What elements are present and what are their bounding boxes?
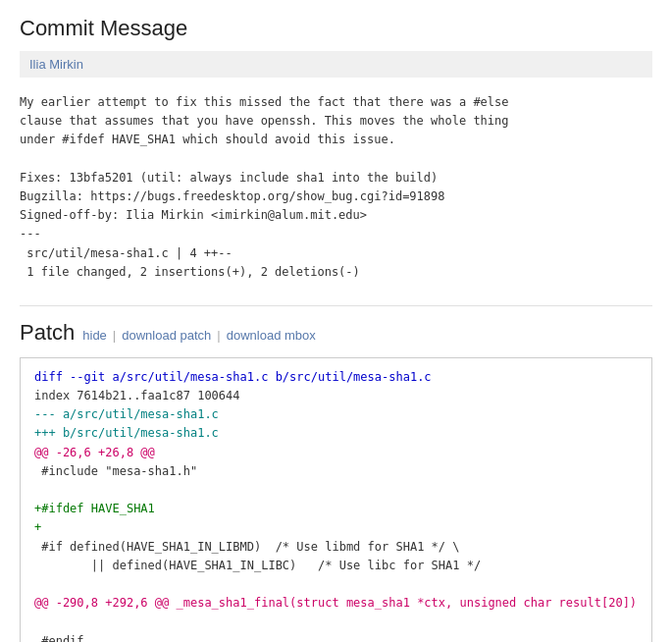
diff-line: diff --git a/src/util/mesa-sha1.c b/src/…: [34, 368, 638, 387]
commit-body: My earlier attempt to fix this missed th…: [20, 89, 652, 286]
diff-line: [34, 481, 638, 500]
author-name: Ilia Mirkin: [29, 57, 83, 72]
diff-line: index 7614b21..faa1c87 100644: [34, 387, 638, 405]
author-bar: Ilia Mirkin: [20, 51, 652, 78]
diff-line: [34, 613, 638, 631]
patch-title: Patch: [20, 320, 75, 346]
separator-1: |: [113, 328, 116, 343]
diff-line: +: [34, 518, 638, 537]
diff-line: #if defined(HAVE_SHA1_IN_LIBMD) /* Use l…: [34, 538, 638, 557]
diff-line: +#ifdef HAVE_SHA1: [34, 500, 638, 518]
download-patch-link[interactable]: download patch: [122, 328, 211, 343]
diff-line: @@ -26,6 +26,8 @@: [34, 444, 638, 462]
separator-2: |: [217, 328, 220, 343]
download-mbox-link[interactable]: download mbox: [227, 328, 316, 343]
patch-links: hide | download patch | download mbox: [82, 328, 316, 343]
diff-line: #endif: [34, 632, 638, 643]
diff-line: @@ -290,8 +292,6 @@ _mesa_sha1_final(str…: [34, 594, 638, 613]
diff-line: --- a/src/util/mesa-sha1.c: [34, 405, 638, 424]
diff-line: [34, 575, 638, 594]
diff-box: diff --git a/src/util/mesa-sha1.c b/src/…: [20, 357, 652, 642]
diff-line: || defined(HAVE_SHA1_IN_LIBC) /* Use lib…: [34, 557, 638, 575]
diff-line: #include "mesa-sha1.h": [34, 462, 638, 481]
page-title: Commit Message: [20, 16, 652, 41]
hide-link[interactable]: hide: [82, 328, 107, 343]
patch-header: Patch hide | download patch | download m…: [20, 305, 652, 346]
diff-line: +++ b/src/util/mesa-sha1.c: [34, 424, 638, 443]
